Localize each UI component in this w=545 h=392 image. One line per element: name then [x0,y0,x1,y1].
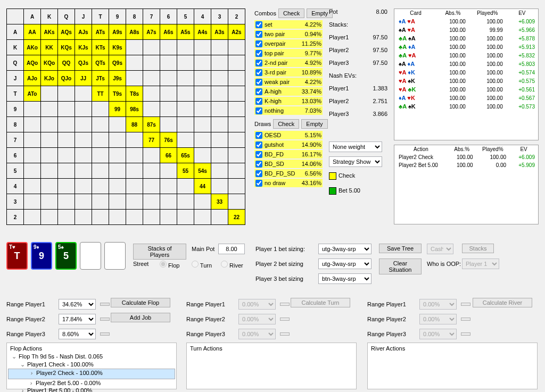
draws-empty-button[interactable]: Empty [301,119,327,129]
tree-node[interactable]: › Player1 Bet 5.00 - 0.00% [8,387,175,392]
combo-checkbox[interactable] [255,107,262,114]
range-cell[interactable]: ATs [92,24,109,40]
combo-row[interactable]: two pair0.94% [254,30,323,38]
combo-row[interactable]: BD_FD_SD6.56% [254,169,323,178]
range-cell[interactable] [109,163,126,179]
mainpot-input[interactable] [218,244,245,254]
range-cell[interactable]: 44 [194,179,211,194]
strategy-select[interactable]: Strategy Show [329,156,382,167]
range-cell[interactable] [24,102,41,117]
range-cell[interactable] [177,132,194,148]
range-cell[interactable]: T8s [126,86,143,102]
add-job-button[interactable]: Add Job [111,313,170,322]
range-cell[interactable] [24,132,41,148]
range-cell[interactable] [109,117,126,132]
range-cell[interactable] [109,132,126,148]
range-cell[interactable] [41,132,58,148]
range-cell[interactable] [58,148,75,163]
range-cell[interactable] [211,210,228,225]
range-cell[interactable]: Q9s [109,55,126,71]
range-cell[interactable] [143,55,160,71]
calculate-flop-button[interactable]: Calculate Flop [111,298,170,307]
range-cell[interactable] [194,148,211,163]
range-cell[interactable]: 99 [109,102,126,117]
range-cell[interactable]: T9s [109,86,126,102]
range-cell[interactable] [126,40,143,55]
combo-checkbox[interactable] [255,31,262,38]
range-cell[interactable] [211,148,228,163]
board-card-2[interactable]: 9♦9 [31,242,52,270]
range-cell[interactable] [126,55,143,71]
board-card-5[interactable] [104,242,126,270]
range-cell[interactable] [41,148,58,163]
range-cell[interactable]: A9s [109,24,126,40]
combo-checkbox[interactable] [255,50,262,57]
range-cell[interactable] [126,210,143,225]
range-cell[interactable] [228,71,245,86]
range-cell[interactable] [211,55,228,71]
range-cell[interactable] [41,86,58,102]
combo-row[interactable]: top pair9.77% [254,49,323,57]
range-cell[interactable] [194,132,211,148]
range-cell[interactable]: 98s [126,102,143,117]
range-cell[interactable] [75,179,92,194]
combo-checkbox[interactable] [255,151,262,158]
combo-row[interactable]: no draw43.16% [254,179,323,187]
range-cell[interactable]: 55 [177,163,194,179]
range-cell[interactable] [143,148,160,163]
combo-checkbox[interactable] [255,180,262,187]
range-cell[interactable] [109,210,126,225]
board-card-3[interactable]: 5♠5 [55,242,77,270]
range-cell[interactable] [228,40,245,55]
range-cell[interactable] [92,210,109,225]
range-cell[interactable]: A2s [228,24,245,40]
range-cell[interactable] [211,86,228,102]
range-cell[interactable] [228,179,245,194]
range-cell[interactable] [58,163,75,179]
range-cell[interactable] [211,40,228,55]
combo-checkbox[interactable] [255,98,262,105]
combo-row[interactable]: 3-rd pair10.89% [254,68,323,77]
range-cell[interactable] [143,102,160,117]
range-cell[interactable] [177,102,194,117]
range-cell[interactable]: AQs [58,24,75,40]
range-cell[interactable] [109,179,126,194]
range-cell[interactable] [58,86,75,102]
range-expand-button[interactable] [100,303,110,306]
range-cell[interactable]: AA [24,24,41,40]
street-flop[interactable]: Flop [160,261,179,269]
range-cell[interactable]: J9s [109,71,126,86]
range-cell[interactable]: 76s [160,132,177,148]
range-cell[interactable] [228,86,245,102]
range-cell[interactable] [75,86,92,102]
range-cell[interactable] [58,132,75,148]
range-cell[interactable]: 33 [211,194,228,210]
range-expand-button[interactable] [100,332,110,336]
range-cell[interactable] [126,71,143,86]
range-cell[interactable] [211,117,228,132]
combo-row[interactable]: 2-nd pair4.92% [254,59,323,67]
range-cell[interactable] [143,163,160,179]
range-pct-select[interactable]: 8.60% [59,329,96,339]
range-cell[interactable] [75,163,92,179]
range-cell[interactable]: JTs [92,71,109,86]
street-turn[interactable]: Turn [192,261,212,269]
combo-row[interactable]: weak pair4.22% [254,78,323,86]
range-cell[interactable] [109,194,126,210]
range-cell[interactable] [41,117,58,132]
range-cell[interactable] [160,210,177,225]
range-cell[interactable] [41,163,58,179]
turn-actions-box[interactable]: Turn Actions [186,343,357,389]
street-river[interactable]: River [221,261,243,269]
range-cell[interactable] [58,102,75,117]
range-cell[interactable] [160,102,177,117]
range-cell[interactable] [211,163,228,179]
range-cell[interactable]: KQo [41,55,58,71]
range-cell[interactable]: AJo [24,71,41,86]
tree-node[interactable]: › Player2 Check - 100.00% [8,369,175,379]
range-cell[interactable] [58,117,75,132]
range-cell[interactable] [177,194,194,210]
range-cell[interactable] [41,194,58,210]
range-cell[interactable] [194,102,211,117]
range-cell[interactable] [228,117,245,132]
